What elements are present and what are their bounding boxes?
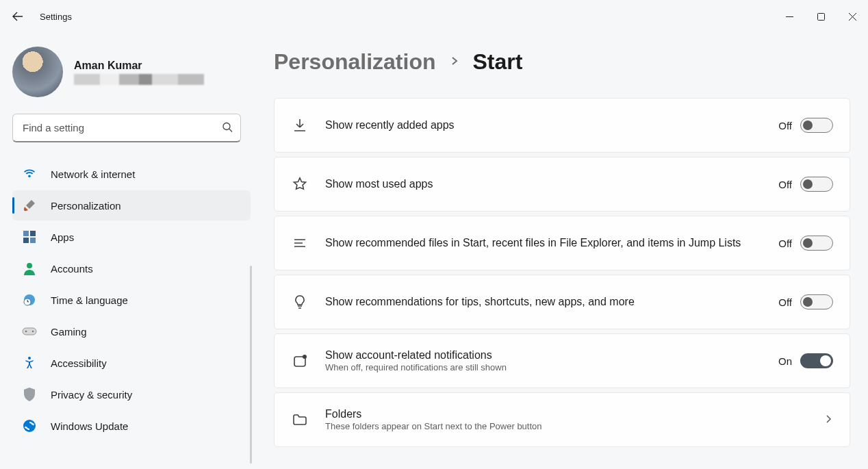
setting-title: Folders — [325, 408, 807, 420]
star-icon — [291, 175, 309, 193]
toggle-state: On — [778, 355, 792, 367]
breadcrumb-current: Start — [473, 49, 523, 75]
toggle-state: Off — [778, 238, 792, 249]
setting-most-used-apps[interactable]: Show most used apps Off — [274, 157, 850, 212]
minimize-icon — [786, 13, 793, 21]
breadcrumb-parent[interactable]: Personalization — [274, 49, 436, 75]
avatar — [12, 47, 63, 97]
notification-badge-icon — [291, 352, 309, 370]
search-wrap — [12, 114, 241, 142]
setting-recommended-files[interactable]: Show recommended files in Start, recent … — [274, 216, 850, 270]
nav-apps[interactable]: Apps — [12, 222, 251, 252]
svg-point-11 — [32, 331, 34, 333]
breadcrumb: Personalization Start — [274, 49, 850, 75]
close-button[interactable] — [837, 5, 868, 27]
clock-globe-icon — [22, 292, 37, 307]
gamepad-icon — [22, 324, 37, 339]
svg-rect-9 — [23, 328, 36, 335]
accessibility-icon — [22, 355, 37, 370]
back-arrow-icon — [12, 10, 24, 23]
lightbulb-icon — [291, 293, 309, 311]
titlebar: Settings — [0, 0, 868, 33]
svg-point-13 — [23, 420, 36, 432]
nav-label: Privacy & security — [51, 389, 132, 401]
download-icon — [291, 116, 309, 134]
shield-icon — [22, 387, 37, 402]
app-title: Settings — [40, 12, 72, 22]
nav-list: Network & internet Personalization Apps … — [12, 159, 253, 441]
svg-rect-5 — [30, 238, 36, 243]
sidebar: Aman Kumar Network & internet Persona — [0, 33, 253, 469]
svg-point-15 — [303, 355, 307, 359]
setting-subtitle: When off, required notifications are sti… — [325, 362, 762, 372]
setting-account-notifications[interactable]: Show account-related notifications When … — [274, 333, 850, 388]
nav-label: Windows Update — [51, 420, 128, 432]
content-area: Personalization Start Show recently adde… — [253, 33, 868, 469]
search-icon — [222, 122, 233, 135]
svg-rect-0 — [817, 13, 824, 20]
back-button[interactable] — [3, 1, 33, 31]
setting-title: Show recently added apps — [325, 119, 762, 131]
toggle-state: Off — [778, 179, 792, 190]
sidebar-scrollbar[interactable] — [250, 266, 252, 464]
window-controls — [774, 5, 868, 27]
setting-title: Show recommended files in Start, recent … — [325, 237, 762, 249]
setting-subtitle: These folders appear on Start next to th… — [325, 421, 807, 431]
maximize-icon — [817, 13, 825, 21]
nav-network-internet[interactable]: Network & internet — [12, 159, 251, 189]
setting-title: Show most used apps — [325, 178, 762, 190]
svg-rect-2 — [23, 231, 29, 236]
svg-point-6 — [27, 263, 32, 268]
profile-name: Aman Kumar — [74, 60, 204, 72]
setting-title: Show recommendations for tips, shortcuts… — [325, 296, 762, 308]
wifi-icon — [22, 166, 37, 181]
setting-folders[interactable]: Folders These folders appear on Start ne… — [274, 392, 850, 447]
nav-label: Accessibility — [51, 357, 107, 369]
close-icon — [849, 13, 856, 21]
profile-block[interactable]: Aman Kumar — [12, 47, 253, 97]
maximize-button[interactable] — [805, 5, 837, 27]
nav-personalization[interactable]: Personalization — [12, 190, 251, 220]
chevron-right-icon — [824, 414, 833, 426]
svg-point-1 — [223, 123, 230, 130]
nav-label: Accounts — [51, 263, 93, 275]
svg-rect-3 — [30, 231, 36, 236]
setting-recommendations-tips[interactable]: Show recommendations for tips, shortcuts… — [274, 275, 850, 329]
nav-accounts[interactable]: Accounts — [12, 253, 251, 283]
nav-label: Apps — [51, 231, 74, 243]
svg-point-12 — [28, 357, 31, 359]
update-icon — [22, 418, 37, 433]
list-icon — [291, 234, 309, 252]
toggle-switch[interactable] — [800, 294, 833, 309]
svg-point-10 — [25, 331, 27, 333]
nav-label: Gaming — [51, 326, 87, 338]
paintbrush-icon — [22, 198, 37, 213]
minimize-button[interactable] — [774, 5, 805, 27]
person-icon — [22, 261, 37, 276]
profile-email-redacted — [74, 74, 204, 85]
nav-privacy-security[interactable]: Privacy & security — [12, 379, 251, 409]
folder-icon — [291, 411, 309, 429]
toggle-switch[interactable] — [800, 177, 833, 192]
toggle-switch[interactable] — [800, 353, 833, 368]
nav-time-language[interactable]: Time & language — [12, 285, 251, 315]
nav-windows-update[interactable]: Windows Update — [12, 411, 251, 441]
nav-label: Time & language — [51, 294, 128, 306]
nav-label: Personalization — [51, 200, 121, 212]
chevron-right-icon — [450, 56, 459, 68]
svg-rect-4 — [23, 238, 29, 243]
setting-title: Show account-related notifications — [325, 349, 762, 362]
toggle-state: Off — [778, 296, 792, 308]
nav-label: Network & internet — [51, 168, 135, 180]
setting-recently-added-apps[interactable]: Show recently added apps Off — [274, 98, 850, 153]
nav-accessibility[interactable]: Accessibility — [12, 348, 251, 378]
apps-icon — [22, 229, 37, 244]
search-input[interactable] — [12, 114, 241, 142]
toggle-switch[interactable] — [800, 236, 833, 251]
toggle-state: Off — [778, 120, 792, 131]
toggle-switch[interactable] — [800, 118, 833, 133]
nav-gaming[interactable]: Gaming — [12, 316, 251, 346]
